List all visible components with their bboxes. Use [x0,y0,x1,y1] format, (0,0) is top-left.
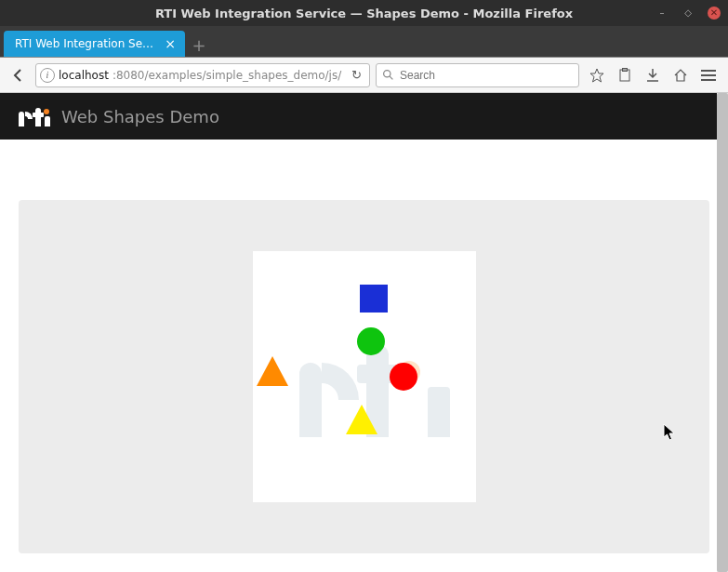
page-viewport: Web Shapes Demo [0,93,728,572]
vertical-scrollbar[interactable] [717,93,728,572]
new-tab-button[interactable]: + [185,33,213,57]
window-controls: – ◇ ✕ [655,0,721,26]
scrollbar-thumb[interactable] [717,93,728,572]
shape-circle [357,327,385,355]
panel-wrap [0,140,728,572]
reload-button[interactable]: ↻ [348,68,365,82]
window-close-button[interactable]: ✕ [708,7,721,20]
star-icon [589,68,604,83]
app-title: Web Shapes Demo [61,107,219,126]
browser-navbar: i localhost:8080/examples/simple_shapes_… [0,58,728,93]
search-icon [382,69,394,81]
download-icon [646,68,659,83]
site-info-icon[interactable]: i [40,68,55,83]
home-icon [673,68,688,83]
shape-square [360,285,388,313]
svg-line-1 [390,76,392,79]
shape-triangle [346,405,377,434]
bookmark-star-button[interactable] [585,63,609,87]
downloads-button[interactable] [641,63,665,87]
clipboard-icon [618,68,631,83]
window-minimize-button[interactable]: – [655,7,668,20]
shape-triangle [257,356,288,386]
browser-tab-active[interactable]: RTI Web Integration Service — ... × [4,31,185,57]
library-button[interactable] [613,63,637,87]
toolbar-icons [585,63,721,87]
window-maximize-button[interactable]: ◇ [682,7,695,20]
hamburger-icon [701,70,716,81]
url-host: localhost [59,69,109,82]
search-bar[interactable] [376,63,579,87]
tab-close-icon[interactable]: × [165,36,176,51]
window-title: RTI Web Integration Service — Shapes Dem… [0,7,728,20]
shapes-panel [19,200,709,553]
rti-logo [19,106,52,126]
home-button[interactable] [668,63,693,87]
shapes-canvas [253,251,476,502]
arrow-left-icon [11,68,26,83]
svg-point-0 [384,71,390,77]
app-header: Web Shapes Demo [0,93,728,140]
tab-label: RTI Web Integration Service — ... [15,37,157,50]
url-bar[interactable]: i localhost:8080/examples/simple_shapes_… [35,63,370,87]
url-path: :8080/examples/simple_shapes_demo/js/ [113,69,344,82]
menu-button[interactable] [696,63,721,87]
search-input[interactable] [400,69,573,82]
shape-circle [390,363,417,391]
back-button[interactable] [7,64,30,86]
window-titlebar: RTI Web Integration Service — Shapes Dem… [0,0,728,26]
tab-strip: RTI Web Integration Service — ... × + [0,26,728,58]
